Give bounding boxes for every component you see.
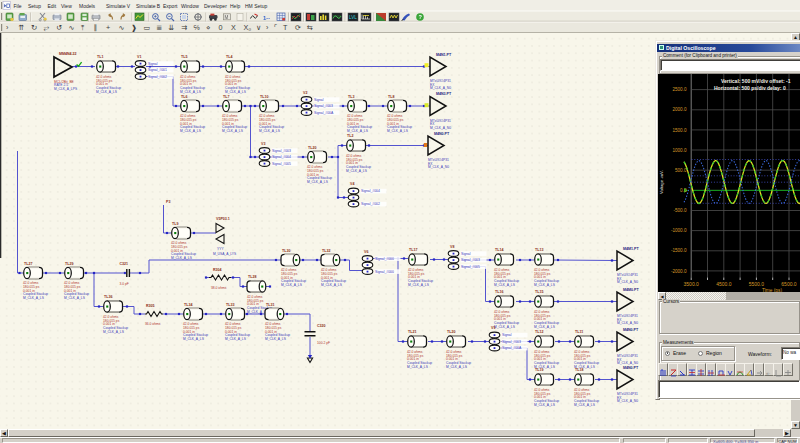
svg-text:℅: ℅ bbox=[194, 23, 200, 32]
svg-text:TL2: TL2 bbox=[347, 134, 353, 138]
svg-text:TL19: TL19 bbox=[535, 368, 543, 372]
svg-text:-1000.0: -1000.0 bbox=[671, 228, 687, 233]
svg-text:YYY: YYY bbox=[217, 247, 224, 251]
svg-text:≣: ≣ bbox=[156, 23, 162, 32]
svg-text:TL34: TL34 bbox=[184, 303, 192, 307]
svg-text:TL21: TL21 bbox=[408, 330, 416, 334]
svg-text:V8: V8 bbox=[450, 245, 454, 249]
svg-text:∨: ∨ bbox=[256, 23, 261, 32]
svg-text:View: View bbox=[61, 3, 72, 9]
svg-text:Setup: Setup bbox=[28, 3, 41, 9]
svg-text:File: File bbox=[14, 3, 22, 9]
svg-text:TL3: TL3 bbox=[348, 95, 354, 99]
svg-text:TL29: TL29 bbox=[65, 262, 73, 266]
svg-text:C321: C321 bbox=[120, 262, 129, 266]
svg-text:TL31: TL31 bbox=[266, 303, 274, 307]
svg-text:Voltage -mV-: Voltage -mV- bbox=[659, 169, 664, 194]
svg-text:R305: R305 bbox=[146, 304, 155, 308]
svg-text:Signal: Signal bbox=[502, 333, 512, 337]
svg-text:Signal_#003: Signal_#003 bbox=[272, 149, 291, 153]
svg-text:Vertical: 500 mV/div offset:: Vertical: 500 mV/div offset: -1 bbox=[721, 78, 791, 84]
svg-text:M4M1.PT: M4M1.PT bbox=[623, 247, 639, 251]
svg-text:TL27: TL27 bbox=[24, 262, 32, 266]
svg-text:«·: «· bbox=[766, 370, 771, 376]
svg-text:TL32: TL32 bbox=[322, 249, 330, 253]
svg-text:M4N0.PT: M4N0.PT bbox=[434, 132, 450, 136]
svg-text:TL36: TL36 bbox=[104, 295, 112, 299]
svg-text:2000.0: 2000.0 bbox=[672, 107, 686, 112]
svg-text:500.0: 500.0 bbox=[675, 168, 687, 173]
svg-text:M4N3.PT: M4N3.PT bbox=[436, 92, 452, 96]
svg-text:1500.0: 1500.0 bbox=[672, 128, 686, 133]
svg-text:▭: ▭ bbox=[144, 23, 151, 32]
svg-text:↻: ↻ bbox=[31, 23, 37, 32]
svg-text:Export: Export bbox=[163, 3, 178, 9]
svg-text:6500.0: 6500.0 bbox=[781, 281, 797, 287]
svg-text:Signal: Signal bbox=[461, 252, 471, 256]
svg-text:⟳: ⟳ bbox=[295, 23, 301, 32]
svg-text:⇉: ⇉ bbox=[181, 23, 187, 32]
svg-text:TL30: TL30 bbox=[282, 249, 290, 253]
svg-text:1··: 1·· bbox=[263, 15, 270, 21]
svg-text:Help: Help bbox=[230, 3, 241, 9]
svg-text:⇆: ⇆ bbox=[307, 23, 313, 32]
svg-text:36.0 ohms: 36.0 ohms bbox=[145, 322, 161, 326]
svg-text:Signal_#004: Signal_#004 bbox=[361, 189, 380, 193]
svg-text:-500.0: -500.0 bbox=[673, 208, 686, 213]
svg-text:Signal_#005: Signal_#005 bbox=[272, 162, 291, 166]
svg-text:TL1: TL1 bbox=[97, 55, 103, 59]
svg-text:⇈: ⇈ bbox=[19, 23, 25, 32]
svg-text:V1: V1 bbox=[137, 55, 141, 59]
svg-text:⋄: ⋄ bbox=[206, 23, 211, 32]
svg-text:V2: V2 bbox=[303, 91, 307, 95]
svg-text:0: 0 bbox=[219, 23, 223, 32]
svg-text:TL12: TL12 bbox=[535, 330, 543, 334]
svg-text:Signal_#001: Signal_#001 bbox=[148, 68, 167, 72]
svg-text:-1500.0: -1500.0 bbox=[671, 248, 687, 253]
svg-text:TL8: TL8 bbox=[388, 95, 394, 99]
svg-text:0.0: 0.0 bbox=[680, 188, 687, 193]
svg-text:?: ? bbox=[418, 14, 422, 20]
svg-text:38.0 ohms: 38.0 ohms bbox=[211, 286, 227, 290]
svg-text:Signal_#003: Signal_#003 bbox=[314, 104, 333, 108]
svg-text:TL28: TL28 bbox=[248, 275, 256, 279]
svg-text:Models: Models bbox=[79, 3, 96, 9]
svg-text:Simulate B: Simulate B bbox=[136, 3, 161, 9]
svg-text:2500.0: 2500.0 bbox=[672, 87, 686, 92]
svg-text:Horizontal: 500 ps/div delay:: Horizontal: 500 ps/div delay: 0 bbox=[714, 85, 786, 91]
svg-text:V5P03.1: V5P03.1 bbox=[216, 217, 230, 221]
svg-text:TL11: TL11 bbox=[575, 330, 583, 334]
svg-text:C320: C320 bbox=[317, 324, 326, 328]
svg-text:Developer: Developer bbox=[204, 3, 227, 9]
svg-text:⌜: ⌜ bbox=[274, 23, 277, 32]
svg-text:Signal_#002: Signal_#002 bbox=[361, 202, 380, 206]
svg-text:❱: ❱ bbox=[131, 23, 137, 32]
svg-text:4500.0: 4500.0 bbox=[716, 281, 732, 287]
svg-text:Window: Window bbox=[181, 3, 199, 9]
svg-text:⇊: ⇊ bbox=[169, 23, 175, 32]
svg-text:M: M bbox=[225, 15, 229, 20]
svg-text:Signal: Signal bbox=[314, 98, 324, 102]
svg-text:3.0 pF: 3.0 pF bbox=[120, 282, 129, 286]
svg-text:HM Setup: HM Setup bbox=[245, 3, 267, 9]
svg-text:Signal: Signal bbox=[148, 62, 158, 66]
svg-text:LVL: LVL bbox=[349, 15, 357, 20]
svg-text:TL10: TL10 bbox=[260, 95, 268, 99]
svg-text:⥂: ⥂ bbox=[44, 23, 50, 32]
svg-text:M4N0.PT: M4N0.PT bbox=[623, 328, 639, 332]
svg-text:3500.0: 3500.0 bbox=[684, 281, 700, 287]
svg-text:TL7: TL7 bbox=[223, 95, 229, 99]
svg-text:Signal_#002: Signal_#002 bbox=[148, 75, 167, 79]
svg-text:Signal_#00A: Signal_#00A bbox=[502, 346, 522, 350]
svg-text:Signal_#003: Signal_#003 bbox=[502, 340, 521, 344]
svg-text:5500.0: 5500.0 bbox=[749, 281, 765, 287]
svg-text:P3: P3 bbox=[166, 200, 170, 204]
svg-text:Signal_#005: Signal_#005 bbox=[461, 265, 480, 269]
svg-text:TL33: TL33 bbox=[226, 303, 234, 307]
svg-text:Edit: Edit bbox=[48, 3, 57, 9]
svg-text:M4N0.PT: M4N0.PT bbox=[623, 366, 639, 370]
svg-text:∥: ∥ bbox=[94, 23, 98, 32]
svg-text:Signal_#00A: Signal_#00A bbox=[314, 111, 334, 115]
svg-text:Signal_#004: Signal_#004 bbox=[272, 155, 291, 159]
svg-text:TL18: TL18 bbox=[575, 368, 583, 372]
